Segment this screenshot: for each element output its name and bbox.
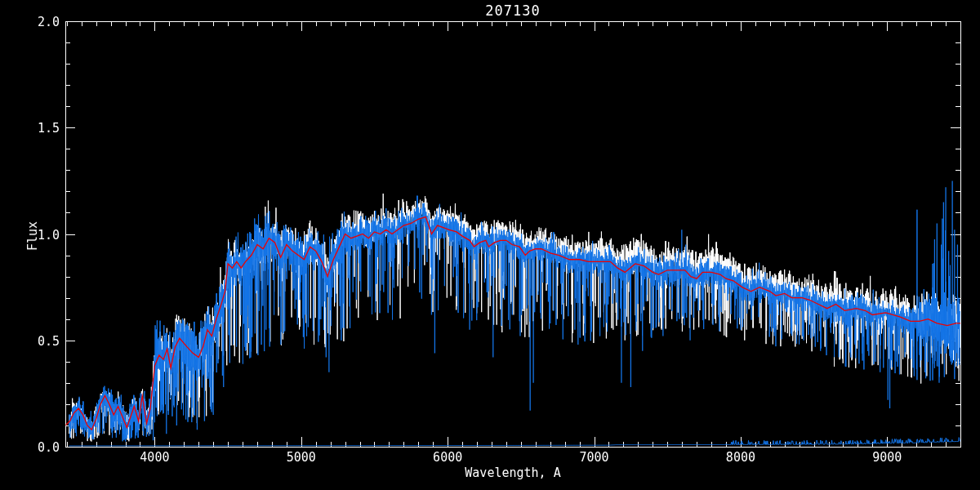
y-tick-label: 1.0 <box>0 228 60 243</box>
x-tick-label: 8000 <box>715 450 767 465</box>
x-tick-label: 7000 <box>568 450 621 465</box>
x-tick-label: 6000 <box>421 450 474 465</box>
x-axis-label: Wavelength, A <box>65 466 960 480</box>
spectrum-plot-canvas <box>0 0 980 490</box>
y-tick-label: 1.5 <box>0 121 60 136</box>
x-tick-label: 5000 <box>275 450 327 465</box>
x-tick-label: 4000 <box>128 450 180 465</box>
y-tick-label: 2.0 <box>0 15 60 29</box>
x-tick-label: 9000 <box>861 450 913 465</box>
y-tick-label: 0.5 <box>0 334 60 349</box>
spectrum-figure: 207130 Wavelength, A Flux 40005000600070… <box>0 0 980 490</box>
y-tick-label: 0.0 <box>0 440 60 455</box>
chart-title: 207130 <box>65 2 960 19</box>
